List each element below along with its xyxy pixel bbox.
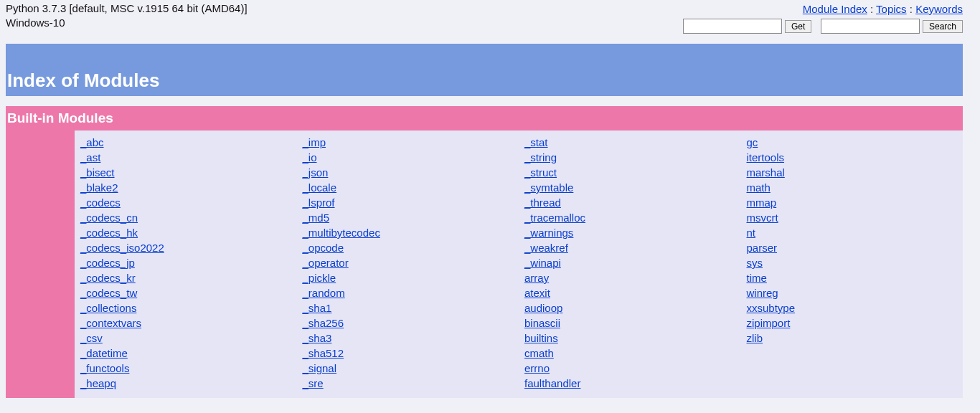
module-link[interactable]: errno [524,361,550,376]
module-link[interactable]: winreg [747,285,778,300]
module-columns: _abc_ast_bisect_blake2_codecs_codecs_cn_… [75,130,963,398]
module-link[interactable]: _md5 [303,210,330,225]
module-link[interactable]: _datetime [80,346,128,361]
module-column: gcitertoolsmarshalmathmmapmsvcrtntparser… [747,135,963,346]
module-link[interactable]: _codecs_jp [80,255,135,270]
module-link[interactable]: _lsprof [303,195,335,210]
module-link[interactable]: zlib [747,331,763,346]
module-link[interactable]: _heapq [80,376,116,391]
module-link[interactable]: msvcrt [747,210,778,225]
module-link[interactable]: _codecs_hk [80,225,138,240]
module-link[interactable]: _abc [80,135,104,150]
search-input[interactable] [821,19,920,34]
module-link[interactable]: _opcode [303,240,344,255]
module-index-link[interactable]: Module Index [803,3,867,15]
module-link[interactable]: _codecs [80,195,121,210]
module-link[interactable]: _imp [303,135,326,150]
nav-links: Module Index : Topics : Keywords Get Sea… [683,1,963,34]
module-link[interactable]: zipimport [747,315,791,331]
module-link[interactable]: array [524,270,549,285]
module-link[interactable]: _struct [524,165,557,180]
topics-link[interactable]: Topics [876,3,907,15]
module-link[interactable]: time [747,270,767,285]
module-link[interactable]: _sha1 [303,300,332,315]
module-link[interactable]: _locale [303,180,337,195]
module-link[interactable]: _sha512 [303,346,344,361]
search-row: Get Search [683,18,963,34]
module-link[interactable]: _warnings [524,225,573,240]
module-link[interactable]: audioop [524,300,562,315]
module-link[interactable]: _collections [80,300,136,315]
content: Python 3.7.3 [default, MSC v.1915 64 bit… [0,0,969,398]
module-link[interactable]: _sha256 [303,315,344,331]
module-link[interactable]: _ast [80,150,100,165]
module-link[interactable]: _json [303,165,329,180]
module-link[interactable]: _contextvars [80,315,141,331]
separator: : [910,3,915,15]
module-link[interactable]: _multibytecodec [303,225,380,240]
module-link[interactable]: atexit [524,285,550,300]
module-column: _imp_io_json_locale_lsprof_md5_multibyte… [303,135,519,391]
section-title-bar: Built-in Modules [6,106,963,130]
module-link[interactable]: marshal [747,165,785,180]
module-link[interactable]: _signal [303,361,337,376]
module-link[interactable]: nt [747,225,756,240]
module-link[interactable]: _pickle [303,270,336,285]
module-link[interactable]: _random [303,285,345,300]
module-link[interactable]: _codecs_tw [80,285,137,300]
module-link[interactable]: _weakref [524,240,568,255]
module-link[interactable]: sys [747,255,763,270]
module-link[interactable]: itertools [747,150,785,165]
module-link[interactable]: gc [747,135,758,150]
module-link[interactable]: cmath [524,346,554,361]
header: Python 3.7.3 [default, MSC v.1915 64 bit… [6,1,963,34]
module-link[interactable]: _bisect [80,165,115,180]
module-link[interactable]: mmap [747,195,777,210]
get-button[interactable]: Get [785,20,811,33]
keywords-link[interactable]: Keywords [915,3,963,15]
page-root: Python 3.7.3 [default, MSC v.1915 64 bit… [0,0,969,413]
module-link[interactable]: _functools [80,361,129,376]
module-link[interactable]: _sre [303,376,324,391]
module-link[interactable]: _operator [303,255,349,270]
module-link[interactable]: _codecs_cn [80,210,138,225]
module-link[interactable]: _stat [524,135,548,150]
module-link[interactable]: _io [303,150,317,165]
get-input[interactable] [683,19,782,34]
module-column: _stat_string_struct_symtable_thread_trac… [524,135,741,391]
title-banner: Index of Modules [6,44,963,96]
module-column: _abc_ast_bisect_blake2_codecs_codecs_cn_… [80,135,297,391]
system-info: Python 3.7.3 [default, MSC v.1915 64 bit… [6,1,248,31]
module-link[interactable]: _symtable [524,180,573,195]
module-link[interactable]: math [747,180,771,195]
python-version: Python 3.7.3 [default, MSC v.1915 64 bit… [6,1,248,16]
module-link[interactable]: builtins [524,331,558,346]
module-link[interactable]: _winapi [524,255,561,270]
module-link[interactable]: _tracemalloc [524,210,585,225]
module-link[interactable]: xxsubtype [747,300,796,315]
module-link[interactable]: _string [524,150,557,165]
page-title: Index of Modules [6,70,963,92]
os-version: Windows-10 [6,16,248,30]
section-stripe [6,130,75,398]
module-link[interactable]: _thread [524,195,561,210]
module-link[interactable]: binascii [524,315,560,331]
module-link[interactable]: _csv [80,331,103,346]
module-link[interactable]: _sha3 [303,331,332,346]
search-button[interactable]: Search [923,20,963,33]
section-title: Built-in Modules [7,110,113,125]
module-link[interactable]: _codecs_iso2022 [80,240,164,255]
module-link[interactable]: parser [747,240,778,255]
module-link[interactable]: _codecs_kr [80,270,136,285]
module-link[interactable]: _blake2 [80,180,118,195]
separator: : [870,3,876,15]
module-link[interactable]: faulthandler [524,376,580,391]
section-body: _abc_ast_bisect_blake2_codecs_codecs_cn_… [6,130,963,398]
